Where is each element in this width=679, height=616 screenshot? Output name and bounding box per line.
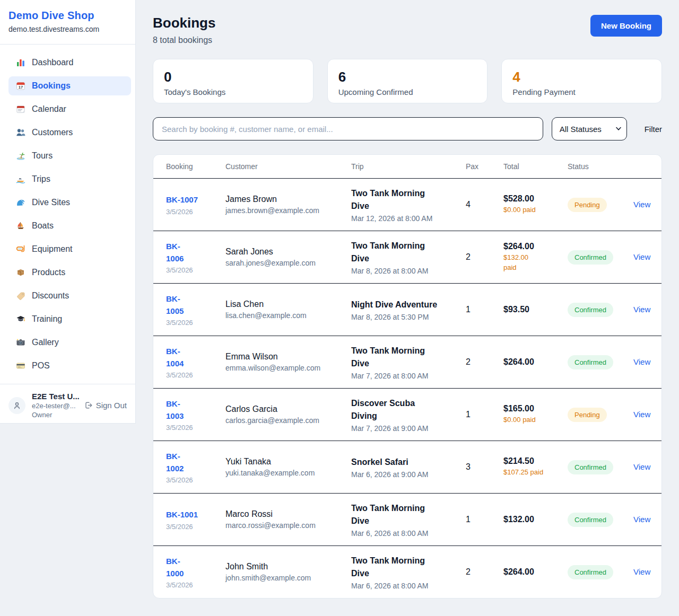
customer-cell: Lisa Chen lisa.chen@example.com: [225, 300, 351, 320]
new-booking-button[interactable]: New Booking: [590, 15, 662, 37]
booking-id-link[interactable]: BK-1001: [166, 508, 198, 521]
customer-email: carlos.garcia@example.com: [225, 416, 351, 425]
sidebar-item-gallery[interactable]: Gallery: [8, 333, 131, 352]
booking-cell: BK-1001 3/5/2026: [166, 508, 225, 530]
sidebar-item-dashboard[interactable]: Dashboard: [8, 53, 131, 72]
sidebar-header: Demo Dive Shop demo.test.divestreams.com: [0, 0, 135, 45]
sidebar-item-customers[interactable]: Customers: [8, 123, 131, 142]
customer-cell: John Smith john.smith@example.com: [225, 562, 351, 582]
filter-button[interactable]: Filter: [645, 125, 662, 134]
stats-row: 0 Today's Bookings 6 Upcoming Confirmed …: [153, 59, 662, 103]
stat-card-upcoming-confirmed: 6 Upcoming Confirmed: [327, 59, 488, 103]
booking-id-link[interactable]: BK- 1002: [166, 450, 184, 475]
trip-cell: Discover Scuba Diving Mar 7, 2026 at 9:0…: [351, 397, 466, 433]
sidebar-item-equipment[interactable]: Equipment: [8, 240, 131, 259]
booking-id-link[interactable]: BK- 1006: [166, 240, 184, 265]
sidebar-item-calendar[interactable]: Calendar: [8, 100, 131, 119]
dashboard-icon: [16, 58, 25, 67]
view-link[interactable]: View: [633, 567, 650, 576]
view-link[interactable]: View: [633, 515, 650, 524]
boats-sailboat-icon: [16, 221, 25, 231]
trip-cell: Two Tank Morning Dive Mar 6, 2026 at 8:0…: [351, 555, 466, 590]
booking-date: 3/5/2026: [166, 266, 225, 274]
booking-id-link[interactable]: BK-1007: [166, 193, 198, 206]
sidebar-item-training[interactable]: Training: [8, 310, 131, 329]
dive-sites-wave-icon: [16, 198, 25, 207]
sidebar-item-label: Calendar: [32, 104, 66, 114]
view-link[interactable]: View: [633, 357, 650, 366]
trip-datetime: Mar 7, 2026 at 9:00 AM: [351, 424, 466, 433]
booking-date: 3/5/2026: [166, 424, 225, 432]
status-badge: Confirmed: [568, 513, 613, 527]
pax-value: 2: [466, 567, 503, 577]
pos-card-icon: [16, 361, 25, 371]
sign-out-label: Sign Out: [96, 401, 127, 410]
paid-amount: $107.25 paid: [503, 468, 551, 478]
sidebar-item-trips[interactable]: Trips: [8, 170, 131, 189]
person-icon: [12, 401, 22, 410]
table-row: BK- 1000 3/5/2026 John Smith john.smith@…: [153, 545, 661, 598]
sidebar-item-dive-sites[interactable]: Dive Sites: [8, 193, 131, 212]
main-content: Bookings 8 total bookings New Booking 0 …: [136, 0, 679, 599]
table-row: BK- 1003 3/5/2026 Carlos Garcia carlos.g…: [153, 388, 661, 441]
sidebar-item-tours[interactable]: Tours: [8, 146, 131, 165]
booking-id-link[interactable]: BK- 1005: [166, 293, 184, 318]
pax-value: 1: [466, 305, 503, 314]
customer-name: Yuki Tanaka: [225, 457, 351, 467]
sign-out-button[interactable]: Sign Out: [84, 401, 127, 410]
stat-value: 6: [338, 69, 477, 85]
actions-cell: View: [633, 410, 653, 419]
booking-date: 3/5/2026: [166, 581, 225, 589]
stat-value: 0: [164, 69, 302, 85]
customer-email: emma.wilson@example.com: [225, 364, 351, 372]
brand-domain: demo.test.divestreams.com: [8, 25, 127, 33]
booking-id-link[interactable]: BK- 1004: [166, 345, 184, 370]
total-amount: $132.00: [503, 515, 568, 524]
total-cell: $132.00: [503, 515, 568, 524]
booking-id-link[interactable]: BK- 1003: [166, 398, 184, 423]
booking-cell: BK- 1003 3/5/2026: [166, 398, 225, 432]
stat-card-pending-payment: 4 Pending Payment: [501, 59, 662, 103]
view-link[interactable]: View: [633, 252, 650, 261]
table-body: BK-1007 3/5/2026 James Brown james.brown…: [153, 178, 661, 598]
sidebar-item-discounts[interactable]: Discounts: [8, 286, 131, 305]
page-header: Bookings 8 total bookings New Booking: [153, 15, 662, 45]
brand-title: Demo Dive Shop: [8, 10, 127, 22]
status-filter-select[interactable]: All Statuses: [552, 117, 627, 140]
user-name: E2E Test U...: [32, 392, 77, 401]
sidebar-item-bookings[interactable]: 17 Bookings: [8, 76, 131, 95]
bookings-calendar-icon: 17: [16, 81, 25, 91]
customer-name: John Smith: [225, 562, 351, 571]
paid-amount: $0.00 paid: [503, 415, 551, 425]
pax-value: 1: [466, 410, 503, 419]
sidebar: Demo Dive Shop demo.test.divestreams.com…: [0, 0, 136, 424]
status-badge: Pending: [568, 408, 607, 422]
table-row: BK- 1006 3/5/2026 Sarah Jones sarah.jone…: [153, 231, 661, 283]
customer-cell: Sarah Jones sarah.jones@example.com: [225, 247, 351, 267]
booking-id-link[interactable]: BK- 1000: [166, 555, 184, 580]
sidebar-item-label: Bookings: [32, 81, 71, 91]
sidebar-item-products[interactable]: Products: [8, 263, 131, 282]
table-header: Booking Customer Trip Pax Total Status: [153, 155, 661, 178]
trip-cell: Night Dive Adventure Mar 8, 2026 at 5:30…: [351, 298, 466, 321]
trip-name: Two Tank Morning Dive: [351, 502, 440, 527]
pax-value: 2: [466, 252, 503, 262]
sidebar-item-pos[interactable]: POS: [8, 356, 131, 375]
total-amount: $264.00: [503, 357, 568, 367]
search-input[interactable]: [153, 117, 543, 140]
total-amount: $264.00: [503, 567, 568, 577]
column-header-pax: Pax: [466, 162, 503, 171]
booking-date: 3/5/2026: [166, 523, 225, 531]
status-cell: Confirmed: [568, 355, 633, 369]
total-cell: $264.00 $132.00 paid: [503, 242, 568, 273]
booking-date: 3/5/2026: [166, 371, 225, 379]
actions-cell: View: [633, 252, 653, 262]
view-link[interactable]: View: [633, 410, 650, 419]
view-link[interactable]: View: [633, 462, 650, 471]
view-link[interactable]: View: [633, 200, 650, 209]
customer-email: marco.rossi@example.com: [225, 521, 351, 530]
view-link[interactable]: View: [633, 305, 650, 314]
status-cell: Confirmed: [568, 250, 633, 265]
sidebar-item-boats[interactable]: Boats: [8, 216, 131, 235]
column-header-status: Status: [568, 162, 633, 171]
